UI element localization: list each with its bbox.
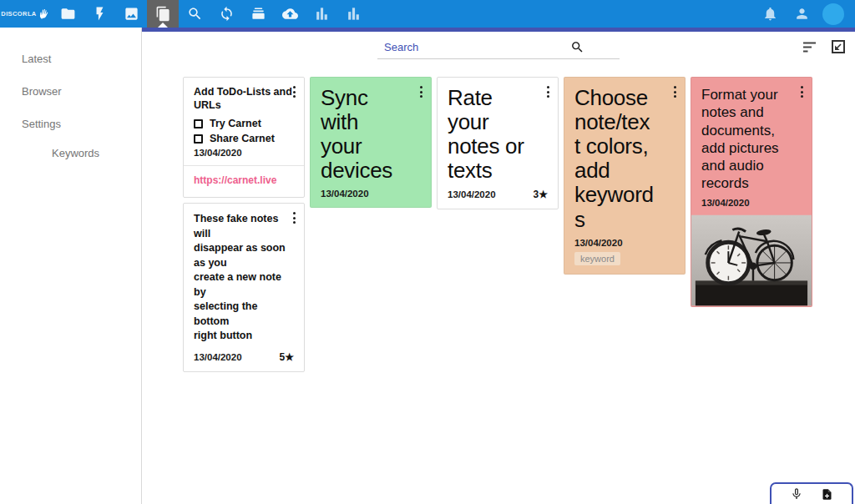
sidebar-item-keywords[interactable]: Keywords [0,140,141,169]
notes-icon[interactable] [147,0,179,28]
sidebar-item-latest[interactable]: Latest [0,43,141,75]
sidebar: Latest Browser Settings Keywords [0,28,142,504]
grid-column-1: Add ToDo-Lists and URLs Try Carnet Share… [183,77,305,372]
kebab-menu-icon[interactable] [671,86,678,100]
note-date: 13/04/2020 [448,189,496,199]
sort-icon[interactable] [803,42,817,53]
sync-icon[interactable] [210,0,242,28]
note-footer: 13/04/2020 3★ [448,189,548,200]
keyword-chip[interactable]: keyword [574,252,620,265]
logo-text: DISCORLA [1,10,36,18]
notes-grid: Add ToDo-Lists and URLs Try Carnet Share… [142,59,855,372]
top-toolbar: DISCORLA [0,0,855,28]
bar-chart-icon-2[interactable] [337,0,369,28]
grid-column-5: Format your notes and documents, add pic… [691,77,812,307]
grid-column-4: Choose note/tex t colors, add keyword s … [564,77,686,275]
note-card-format[interactable]: Format your notes and documents, add pic… [691,77,812,307]
note-footer: 13/04/2020 5★ [194,351,294,363]
fullscreen-icon[interactable] [832,40,845,53]
app-logo[interactable]: DISCORLA [0,0,52,28]
app-window: DISCORLA [0,0,855,504]
image-icon[interactable] [115,0,147,28]
todo-row: Share Carnet [194,133,294,144]
grid-column-3: Rate your notes or texts 13/04/2020 3★ [437,77,559,209]
note-title: Sync with your devices [321,86,421,183]
note-date: 13/04/2020 [194,148,294,158]
cloud-backup-icon[interactable] [274,0,306,28]
note-card-todo[interactable]: Add ToDo-Lists and URLs Try Carnet Share… [183,77,305,198]
search-input[interactable] [377,41,570,53]
sidebar-item-browser[interactable]: Browser [0,75,141,108]
archive-icon[interactable] [242,0,274,28]
grid-column-2: Sync with your devices 13/04/2020 [310,77,432,208]
note-rating: 5★ [280,351,294,363]
note-date: 13/04/2020 [321,189,421,199]
note-image-bicycle-clock [691,214,812,306]
note-title: Add ToDo-Lists and URLs [194,86,294,112]
kebab-menu-icon[interactable] [544,86,551,100]
notifications-icon[interactable] [754,0,786,28]
microphone-icon[interactable] [790,487,803,501]
note-date: 13/04/2020 [194,352,242,362]
note-title: Choose note/tex t colors, add keyword s [574,86,675,232]
sidebar-item-settings[interactable]: Settings [0,108,141,140]
note-date: 13/04/2020 [574,238,675,248]
content-area: Latest Browser Settings Keywords [0,28,855,504]
account-icon[interactable] [786,0,817,28]
note-link[interactable]: https://carnet.live [194,166,294,189]
search-bar[interactable] [377,36,620,59]
note-card-colors[interactable]: Choose note/tex t colors, add keyword s … [564,77,686,275]
note-title: Format your notes and documents, add pic… [701,86,802,193]
hand-logo-icon [38,8,51,20]
todo-row: Try Carnet [194,118,294,129]
avatar[interactable] [822,3,844,25]
todo-label: Share Carnet [210,133,275,144]
note-card-sync[interactable]: Sync with your devices 13/04/2020 [310,77,432,208]
folder-icon[interactable] [52,0,83,28]
note-body: These fake notes will disappear as soon … [194,212,296,344]
kebab-menu-icon[interactable] [417,86,424,100]
note-rating: 3★ [534,189,548,200]
toolbar-search-icon[interactable] [179,0,210,28]
view-controls [803,40,845,53]
note-title: Rate your notes or texts [448,86,548,183]
toolbar-right-group [754,0,855,28]
checkbox-share-carnet[interactable] [194,134,203,144]
kebab-menu-icon[interactable] [798,86,805,100]
main-area: Add ToDo-Lists and URLs Try Carnet Share… [142,28,855,504]
search-icon[interactable] [570,40,584,54]
kebab-menu-icon[interactable] [291,212,297,226]
kebab-menu-icon[interactable] [291,86,297,100]
note-card-info[interactable]: These fake notes will disappear as soon … [183,203,305,372]
quick-actions-bar [770,482,853,504]
todo-label: Try Carnet [210,118,261,129]
note-card-rate[interactable]: Rate your notes or texts 13/04/2020 3★ [437,77,559,209]
flash-icon[interactable] [83,0,115,28]
note-date: 13/04/2020 [701,198,802,208]
add-note-icon[interactable] [821,488,833,501]
bar-chart-icon[interactable] [306,0,337,28]
checkbox-try-carnet[interactable] [194,119,203,129]
